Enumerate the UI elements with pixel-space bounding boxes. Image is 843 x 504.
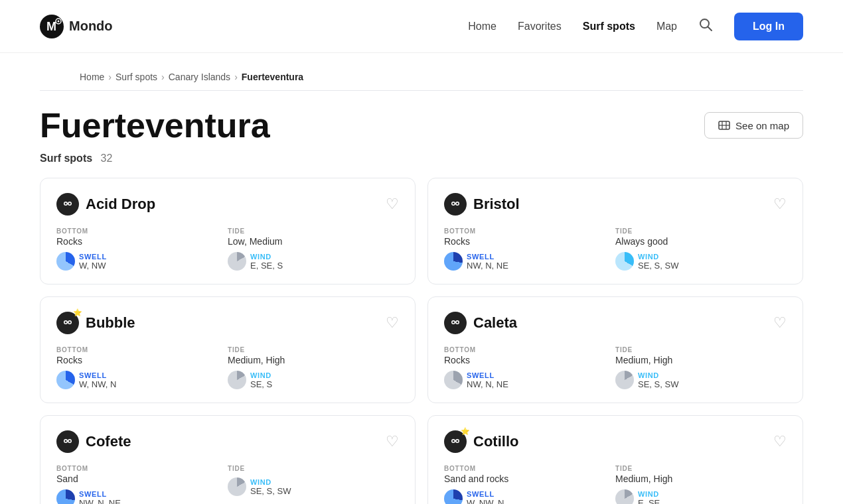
surf-icon-bubble: ⭐ bbox=[56, 312, 79, 334]
card-title-cotillo: Cotillo bbox=[473, 433, 518, 450]
card-bubble: ⭐ Bubble ♡ BOTTOM Rocks SWELL W, NW, N T bbox=[40, 296, 416, 403]
surf-icon-acid-drop bbox=[56, 193, 79, 216]
main-nav: Home Favorites Surf spots Map Log In bbox=[468, 13, 803, 40]
surf-icon-cotillo: ⭐ bbox=[444, 430, 467, 453]
breadcrumb-surf-spots[interactable]: Surf spots bbox=[115, 72, 157, 82]
nav-home[interactable]: Home bbox=[468, 21, 497, 32]
card-title-cofete: Cofete bbox=[86, 433, 131, 450]
favorite-btn-caleta[interactable]: ♡ bbox=[773, 314, 787, 332]
swell-icon-cofete bbox=[56, 489, 75, 504]
logo[interactable]: M Mondo bbox=[40, 15, 113, 38]
bottom-value-caleta: Rocks bbox=[444, 355, 615, 365]
tide-label-cofete: TIDE bbox=[228, 465, 399, 472]
breadcrumb-sep-1: › bbox=[108, 72, 112, 82]
wind-value-caleta: SE, S, SW bbox=[638, 379, 678, 389]
swell-label-bristol: SWELL bbox=[467, 253, 508, 261]
cards-grid: Acid Drop ♡ BOTTOM Rocks SWELL W, NW TID… bbox=[0, 178, 843, 504]
swell-value-bristol: NW, N, NE bbox=[467, 261, 508, 271]
page-header: Fuerteventura See on map bbox=[0, 91, 843, 153]
favorite-btn-cotillo[interactable]: ♡ bbox=[773, 433, 787, 450]
swell-icon-bubble bbox=[56, 371, 75, 389]
wind-value-cotillo: E, SE bbox=[638, 498, 660, 504]
svg-point-33 bbox=[65, 440, 67, 442]
bottom-label-caleta: BOTTOM bbox=[444, 346, 615, 353]
breadcrumb-sep-2: › bbox=[161, 72, 165, 82]
featured-star-cotillo: ⭐ bbox=[461, 427, 470, 436]
wind-icon-cofete bbox=[228, 477, 246, 496]
svg-point-14 bbox=[69, 203, 71, 205]
breadcrumb: Home › Surf spots › Canary Islands › Fue… bbox=[40, 53, 803, 90]
card-bristol: Bristol ♡ BOTTOM Rocks SWELL NW, N, NE T… bbox=[427, 178, 803, 284]
svg-point-3 bbox=[58, 20, 60, 22]
tide-label-cotillo: TIDE bbox=[615, 465, 787, 472]
swell-icon-cotillo bbox=[444, 489, 463, 504]
card-cofete: Cofete ♡ BOTTOM Sand SWELL NW, N, NE TID… bbox=[40, 415, 416, 504]
favorite-btn-acid-drop[interactable]: ♡ bbox=[386, 196, 399, 213]
swell-value-cofete: NW, N, NE bbox=[79, 498, 121, 504]
bottom-value-cotillo: Sand and rocks bbox=[444, 473, 615, 484]
tide-value-bristol: Always good bbox=[615, 236, 787, 247]
surf-spots-label: Surf spots bbox=[40, 153, 92, 164]
favorite-btn-cofete[interactable]: ♡ bbox=[386, 433, 399, 450]
favorite-btn-bristol[interactable]: ♡ bbox=[773, 196, 787, 213]
surf-spots-count: Surf spots 32 bbox=[0, 153, 843, 178]
svg-point-23 bbox=[65, 322, 67, 324]
swell-label-acid-drop: SWELL bbox=[79, 253, 107, 261]
surf-icon-bristol bbox=[444, 193, 467, 216]
svg-text:M: M bbox=[46, 20, 56, 33]
bottom-label-cotillo: BOTTOM bbox=[444, 465, 615, 472]
wind-label-bristol: WIND bbox=[638, 253, 678, 261]
tide-value-acid-drop: Low, Medium bbox=[228, 236, 399, 247]
svg-point-30 bbox=[62, 436, 74, 448]
swell-icon-acid-drop bbox=[56, 252, 75, 271]
wind-value-cofete: SE, S, SW bbox=[250, 486, 291, 496]
swell-label-caleta: SWELL bbox=[467, 371, 508, 379]
svg-point-29 bbox=[457, 322, 459, 324]
tide-label-caleta: TIDE bbox=[615, 346, 787, 353]
wind-label-acid-drop: WIND bbox=[250, 253, 283, 261]
logo-icon: M bbox=[40, 15, 64, 38]
search-icon[interactable] bbox=[698, 17, 713, 35]
card-title-caleta: Caleta bbox=[473, 314, 517, 332]
wind-icon-caleta bbox=[615, 371, 634, 389]
svg-point-28 bbox=[453, 322, 455, 324]
swell-icon-bristol bbox=[444, 252, 463, 271]
wind-value-acid-drop: E, SE, S bbox=[250, 261, 283, 271]
svg-point-34 bbox=[69, 440, 71, 442]
surf-icon-cofete bbox=[56, 430, 79, 453]
nav-favorites[interactable]: Favorites bbox=[518, 21, 562, 32]
tide-label-bristol: TIDE bbox=[615, 227, 787, 235]
card-title-acid-drop: Acid Drop bbox=[86, 196, 155, 213]
map-icon bbox=[718, 119, 730, 131]
bottom-label-cofete: BOTTOM bbox=[56, 465, 228, 472]
svg-point-15 bbox=[449, 198, 461, 210]
breadcrumb-home[interactable]: Home bbox=[80, 72, 104, 82]
featured-star-bubble: ⭐ bbox=[73, 308, 82, 317]
bottom-label-acid-drop: BOTTOM bbox=[56, 227, 228, 235]
favorite-btn-bubble[interactable]: ♡ bbox=[386, 314, 399, 332]
tide-value-cotillo: Medium, High bbox=[615, 473, 787, 484]
breadcrumb-canary-islands[interactable]: Canary Islands bbox=[169, 72, 230, 82]
see-on-map-button[interactable]: See on map bbox=[704, 112, 803, 139]
login-button[interactable]: Log In bbox=[734, 13, 803, 40]
wind-icon-bubble bbox=[228, 371, 246, 389]
surf-spots-number: 32 bbox=[101, 153, 113, 164]
breadcrumb-current: Fuerteventura bbox=[242, 72, 303, 82]
swell-label-cotillo: SWELL bbox=[467, 490, 504, 498]
svg-point-38 bbox=[453, 440, 455, 442]
nav-map[interactable]: Map bbox=[656, 21, 677, 32]
bottom-value-bubble: Rocks bbox=[56, 355, 228, 365]
bottom-value-acid-drop: Rocks bbox=[56, 236, 228, 247]
swell-value-cotillo: W, NW, N bbox=[467, 498, 504, 504]
svg-point-39 bbox=[457, 440, 459, 442]
swell-label-cofete: SWELL bbox=[79, 490, 121, 498]
bottom-value-bristol: Rocks bbox=[444, 236, 615, 247]
page-title: Fuerteventura bbox=[40, 107, 270, 145]
card-title-bristol: Bristol bbox=[473, 196, 520, 213]
wind-label-caleta: WIND bbox=[638, 371, 678, 379]
card-title-bubble: Bubble bbox=[86, 314, 135, 332]
svg-point-19 bbox=[457, 203, 459, 205]
bottom-value-cofete: Sand bbox=[56, 473, 228, 484]
breadcrumb-sep-3: › bbox=[234, 72, 238, 82]
nav-surf-spots[interactable]: Surf spots bbox=[583, 21, 635, 32]
